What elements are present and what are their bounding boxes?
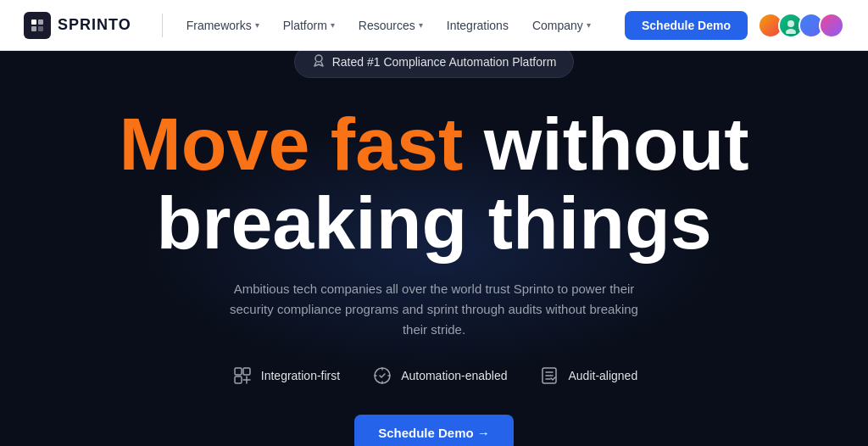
badge-label: Rated #1 Compliance Automation Platform — [332, 55, 557, 69]
headline-line1: Move fast without — [119, 105, 748, 183]
nav-divider — [162, 14, 163, 37]
award-icon — [312, 53, 326, 70]
nav-item-platform[interactable]: Platform ▾ — [273, 14, 345, 37]
hero-subtext: Ambitious tech companies all over the wo… — [222, 279, 646, 340]
svg-point-6 — [315, 55, 322, 62]
svg-rect-3 — [38, 26, 43, 31]
feature-audit: Audit-aligned — [537, 364, 637, 387]
integration-icon — [231, 364, 254, 387]
svg-rect-0 — [31, 20, 36, 25]
headline-white1: without — [484, 102, 749, 186]
chevron-down-icon: ▾ — [419, 20, 423, 30]
headline-orange: Move fast — [119, 102, 463, 186]
logo-text: SPRINTO — [58, 16, 131, 34]
feature-automation: Automation-enabled — [370, 364, 507, 387]
nav-item-company[interactable]: Company ▾ — [522, 14, 601, 37]
nav-item-resources[interactable]: Resources ▾ — [348, 14, 433, 37]
schedule-demo-button-hero[interactable]: Schedule Demo → — [354, 415, 514, 446]
hero-section: Rated #1 Compliance Automation Platform … — [0, 51, 868, 446]
svg-rect-1 — [38, 20, 43, 25]
logo-icon — [24, 12, 51, 39]
chevron-down-icon: ▾ — [331, 20, 335, 30]
headline-line2: breaking things — [119, 184, 748, 262]
feature-integration: Integration-first — [231, 364, 340, 387]
automation-icon — [370, 364, 394, 387]
avatar-group — [758, 13, 844, 38]
nav-right: Schedule Demo — [625, 11, 844, 40]
hero-headline: Move fast without breaking things — [119, 105, 748, 262]
feature-integration-label: Integration-first — [261, 369, 340, 382]
rated-badge: Rated #1 Compliance Automation Platform — [294, 51, 575, 78]
audit-icon — [537, 364, 561, 387]
chevron-down-icon: ▾ — [255, 20, 259, 30]
svg-rect-7 — [235, 368, 242, 375]
avatar — [819, 13, 844, 38]
feature-audit-label: Audit-aligned — [568, 369, 637, 382]
svg-point-5 — [786, 29, 796, 34]
svg-rect-2 — [31, 26, 36, 31]
logo[interactable]: SPRINTO — [24, 12, 131, 39]
chevron-down-icon: ▾ — [587, 20, 591, 30]
feature-automation-label: Automation-enabled — [401, 369, 507, 382]
nav-item-frameworks[interactable]: Frameworks ▾ — [176, 14, 270, 37]
nav-links: Frameworks ▾ Platform ▾ Resources ▾ Inte… — [176, 14, 625, 37]
svg-rect-9 — [235, 376, 242, 383]
svg-rect-8 — [243, 368, 250, 375]
nav-item-integrations[interactable]: Integrations — [437, 14, 519, 37]
navbar: SPRINTO Frameworks ▾ Platform ▾ Resource… — [0, 0, 868, 51]
features-row: Integration-first Automation-enabled A — [231, 364, 637, 387]
schedule-demo-button-nav[interactable]: Schedule Demo — [625, 11, 748, 40]
svg-point-4 — [787, 20, 794, 27]
